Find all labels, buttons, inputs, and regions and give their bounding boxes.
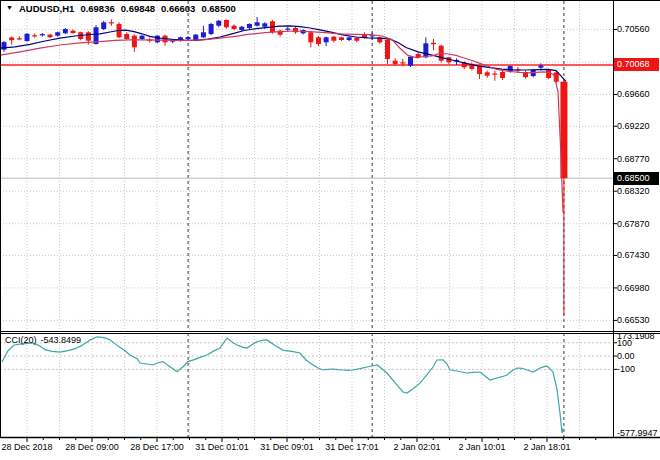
candle-body — [324, 37, 329, 42]
candle-body — [492, 73, 497, 74]
price-axis-label: 0.68770 — [617, 154, 650, 164]
candle-body — [71, 31, 76, 33]
time-axis-label: 2 Jan 10:01 — [458, 442, 505, 452]
candle-body — [500, 72, 505, 78]
candle-body — [32, 35, 37, 36]
time-axis-label: 2 Jan 18:01 — [523, 442, 570, 452]
candle-body — [485, 72, 490, 75]
ohlc-low: 0.66603 — [161, 3, 195, 14]
cci-min-label: -577.9947 — [617, 428, 658, 438]
candle-body — [308, 32, 313, 42]
candle-body — [385, 40, 390, 59]
candle-body — [201, 32, 206, 37]
indicator-value: -543.8499 — [41, 335, 82, 345]
chart-canvas[interactable] — [0, 0, 660, 460]
panel-divider[interactable] — [0, 328, 613, 336]
candle-body — [63, 29, 68, 33]
candle-body — [232, 26, 237, 29]
chart-window: ▼ AUDUSD,H1 0.69836 0.69848 0.66603 0.68… — [0, 0, 660, 460]
candle-body — [40, 34, 45, 35]
candle-body — [400, 62, 405, 63]
candle-body — [285, 29, 290, 30]
candle-body — [262, 23, 267, 26]
candle-body — [109, 22, 114, 23]
price-axis-label: 0.66980 — [617, 283, 650, 293]
cci-level-label: 100 — [617, 338, 632, 348]
candle-body — [25, 34, 30, 41]
candle-body — [423, 43, 428, 57]
time-axis-label: 2 Jan 02:01 — [393, 442, 440, 452]
candle-body — [86, 32, 91, 40]
candle-body — [393, 61, 398, 64]
candle-body — [186, 37, 191, 39]
candle-body — [331, 37, 336, 41]
candle-body — [354, 38, 359, 41]
candle-body — [339, 37, 344, 40]
candle-body — [255, 22, 260, 25]
ohlc-high: 0.69848 — [121, 3, 155, 14]
ma-fast-line — [0, 31, 563, 213]
candle-body — [193, 35, 198, 40]
candle-body — [17, 38, 22, 39]
cci-level-label: -100 — [617, 364, 635, 374]
indicator-title: CCI(20) -543.8499 — [5, 335, 81, 345]
price-axis-label: 0.69660 — [617, 89, 650, 99]
candle-body — [9, 37, 14, 40]
price-axis-label: 0.69220 — [617, 121, 650, 131]
ohlc-close: 0.68500 — [201, 3, 235, 14]
candle-body — [101, 22, 106, 29]
price-axis-label: 0.70560 — [617, 24, 650, 34]
candle-body — [48, 35, 53, 38]
price-line-badge[interactable]: 0.70068 — [614, 58, 659, 71]
candle-body — [538, 66, 543, 68]
candle-body — [431, 43, 436, 44]
ohlc-open: 0.69836 — [80, 3, 114, 14]
candle-body — [224, 20, 229, 27]
price-axis-label: 0.67430 — [617, 250, 650, 260]
candle-body — [132, 36, 137, 48]
time-axis-label: 28 Dec 09:00 — [65, 442, 119, 452]
candle-body — [239, 27, 244, 30]
time-axis-label: 28 Dec 2018 — [1, 442, 52, 452]
candle-body — [216, 21, 221, 26]
symbol-label: AUDUSD,H1 — [19, 3, 74, 14]
price-axis-label: 0.67870 — [617, 219, 650, 229]
cci-level-label: 0.00 — [617, 351, 635, 361]
time-axis-label: 28 Dec 17:00 — [130, 442, 184, 452]
chart-title-bar: ▼ AUDUSD,H1 0.69836 0.69848 0.66603 0.68… — [6, 3, 236, 14]
candle-body — [140, 36, 145, 39]
time-axis-label: 31 Dec 17:01 — [325, 442, 379, 452]
time-axis-label: 31 Dec 09:01 — [260, 442, 314, 452]
price-axis-label: 0.66530 — [617, 315, 650, 325]
price-axis-label: 0.68320 — [617, 186, 650, 196]
candle-body — [408, 57, 413, 66]
symbol-dropdown-icon[interactable]: ▼ — [6, 4, 13, 11]
indicator-name: CCI(20) — [5, 335, 37, 345]
candle-body — [55, 32, 60, 35]
candle-body — [546, 70, 551, 78]
candle-body — [209, 24, 214, 34]
candle-body — [155, 36, 160, 43]
candle-body — [124, 34, 129, 39]
cci-line — [2, 337, 563, 433]
candle-body — [347, 37, 352, 40]
candle-body — [247, 24, 252, 28]
time-axis-label: 31 Dec 01:01 — [195, 442, 249, 452]
candle-body — [316, 37, 321, 44]
close-price-badge: 0.68500 — [614, 172, 659, 185]
